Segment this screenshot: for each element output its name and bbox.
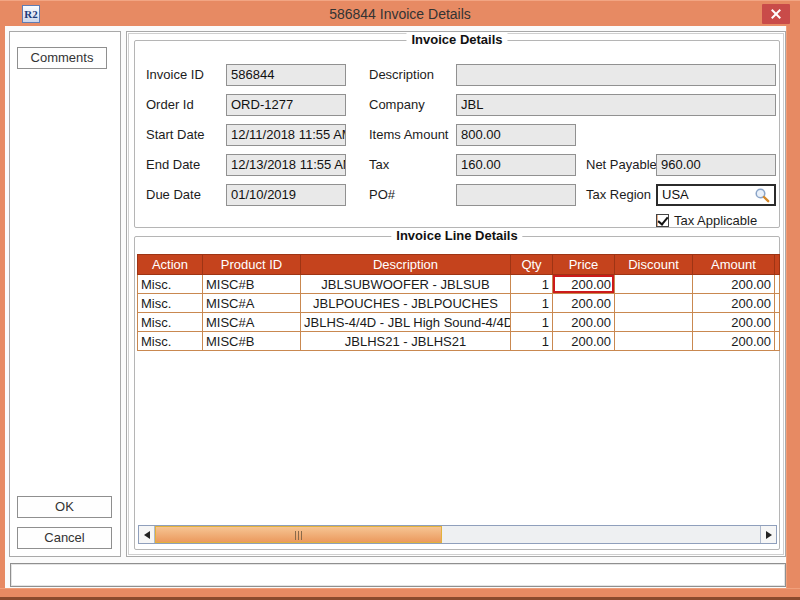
column-header-action: Action: [138, 255, 203, 275]
table-row: Misc. MISC#B JBLHS21 - JBLHS21 1 200.00 …: [138, 332, 780, 351]
tax-applicable-checkbox-row: Tax Applicable: [656, 213, 757, 228]
po-number-field: [456, 184, 576, 206]
invoice-id-label: Invoice ID: [146, 64, 204, 86]
cell-price[interactable]: 200.00: [553, 294, 615, 313]
main-panel: Invoice Details Invoice ID 586844 Order …: [126, 31, 786, 557]
cell-product-id[interactable]: MISC#A: [203, 294, 301, 313]
column-header-discount: Discount: [615, 255, 693, 275]
column-header-qty: Qty: [511, 255, 553, 275]
cell-amount[interactable]: 200.00: [693, 275, 775, 294]
dialog-client-area: Comments OK Cancel Invoice Details Invoi…: [5, 26, 786, 588]
scrollbar-grip-icon: [295, 531, 303, 540]
tax-region-input[interactable]: USA: [656, 184, 776, 206]
cell-qty[interactable]: 1: [511, 313, 553, 332]
cell-price[interactable]: 200.00: [553, 332, 615, 351]
column-header-product-id: Product ID: [203, 255, 301, 275]
cell-qty[interactable]: 1: [511, 332, 553, 351]
status-bar: [10, 563, 786, 587]
tax-field: 160.00: [456, 154, 576, 176]
company-field: JBL: [456, 94, 776, 116]
due-date-label: Due Date: [146, 184, 201, 206]
cell-description[interactable]: JBLHS21 - JBLHS21: [301, 332, 511, 351]
cell-amount[interactable]: 200.00: [693, 313, 775, 332]
left-panel: Comments OK Cancel: [9, 31, 121, 557]
company-label: Company: [369, 94, 425, 116]
scroll-left-button[interactable]: [139, 526, 155, 543]
tax-region-value: USA: [662, 186, 754, 204]
clipped-next-cell: [775, 313, 780, 332]
start-date-label: Start Date: [146, 124, 205, 146]
clipped-next-cell: [775, 275, 780, 294]
cell-discount[interactable]: [615, 275, 693, 294]
window-frame-right: [786, 26, 800, 588]
table-row: Misc. MISC#B JBLSUBWOOFER - JBLSUB 1 200…: [138, 275, 780, 294]
cell-discount[interactable]: [615, 332, 693, 351]
description-field: [456, 64, 776, 86]
clipped-next-cell: [775, 332, 780, 351]
window-title: 586844 Invoice Details: [0, 1, 800, 27]
clipped-next-column: [775, 255, 780, 275]
ok-button[interactable]: OK: [17, 496, 112, 518]
cell-action[interactable]: Misc.: [138, 294, 203, 313]
cell-action[interactable]: Misc.: [138, 275, 203, 294]
due-date-field: 01/10/2019: [226, 184, 346, 206]
scroll-right-button[interactable]: [760, 526, 776, 543]
invoice-lines-table: Action Product ID Description Qty Price …: [137, 254, 780, 351]
invoice-details-group-title: Invoice Details: [406, 32, 507, 47]
title-bar: R2 586844 Invoice Details: [0, 0, 800, 26]
right-arrow-icon: [766, 531, 772, 539]
close-button[interactable]: [762, 4, 790, 24]
window-frame-left: [0, 26, 5, 588]
cell-price[interactable]: 200.00: [553, 313, 615, 332]
invoice-line-details-group-title: Invoice Line Details: [391, 228, 522, 243]
invoice-line-details-group: Invoice Line Details Action Product ID D…: [134, 236, 780, 550]
cell-description[interactable]: JBLSUBWOOFER - JBLSUB: [301, 275, 511, 294]
search-icon[interactable]: [754, 187, 770, 203]
tax-applicable-label: Tax Applicable: [674, 213, 757, 228]
left-arrow-icon: [144, 531, 150, 539]
cell-discount[interactable]: [615, 313, 693, 332]
cell-description[interactable]: JBLPOUCHES - JBLPOUCHES: [301, 294, 511, 313]
cancel-button[interactable]: Cancel: [17, 527, 112, 549]
comments-button[interactable]: Comments: [17, 47, 107, 69]
table-row: Misc. MISC#A JBLHS-4/4D - JBL High Sound…: [138, 313, 780, 332]
tax-region-label: Tax Region: [586, 184, 651, 206]
items-amount-field: 800.00: [456, 124, 576, 146]
tax-label: Tax: [369, 154, 389, 176]
items-amount-label: Items Amount: [369, 124, 448, 146]
scrollbar-thumb[interactable]: [155, 526, 442, 543]
end-date-label: End Date: [146, 154, 200, 176]
cell-product-id[interactable]: MISC#B: [203, 332, 301, 351]
tax-applicable-checkbox[interactable]: [656, 214, 669, 227]
window-frame-bottom: [0, 588, 800, 600]
invoice-details-group: Invoice Details Invoice ID 586844 Order …: [134, 40, 780, 228]
cell-qty[interactable]: 1: [511, 275, 553, 294]
cell-product-id[interactable]: MISC#A: [203, 313, 301, 332]
cell-description[interactable]: JBLHS-4/4D - JBL High Sound-4/4D: [301, 313, 511, 332]
horizontal-scrollbar[interactable]: [138, 525, 777, 544]
cell-qty[interactable]: 1: [511, 294, 553, 313]
order-id-label: Order Id: [146, 94, 194, 116]
cell-product-id[interactable]: MISC#B: [203, 275, 301, 294]
cell-price-selected[interactable]: 200.00: [553, 275, 615, 294]
clipped-next-cell: [775, 294, 780, 313]
invoice-details-window: R2 586844 Invoice Details Comments OK Ca…: [0, 0, 800, 600]
cell-action[interactable]: Misc.: [138, 313, 203, 332]
main-panel-inner: Invoice Details Invoice ID 586844 Order …: [128, 33, 784, 555]
net-payable-label: Net Payable: [586, 154, 657, 176]
po-number-label: PO#: [369, 184, 395, 206]
cell-amount[interactable]: 200.00: [693, 294, 775, 313]
cell-discount[interactable]: [615, 294, 693, 313]
column-header-amount: Amount: [693, 255, 775, 275]
invoice-id-field: 586844: [226, 64, 346, 86]
cell-amount[interactable]: 200.00: [693, 332, 775, 351]
cell-action[interactable]: Misc.: [138, 332, 203, 351]
start-date-field: 12/11/2018 11:55 AM: [226, 124, 346, 146]
table-header-row: Action Product ID Description Qty Price …: [138, 255, 780, 275]
end-date-field: 12/13/2018 11:55 AM: [226, 154, 346, 176]
table-row: Misc. MISC#A JBLPOUCHES - JBLPOUCHES 1 2…: [138, 294, 780, 313]
order-id-field: ORD-1277: [226, 94, 346, 116]
net-payable-field: 960.00: [656, 154, 776, 176]
column-header-description: Description: [301, 255, 511, 275]
description-label: Description: [369, 64, 434, 86]
